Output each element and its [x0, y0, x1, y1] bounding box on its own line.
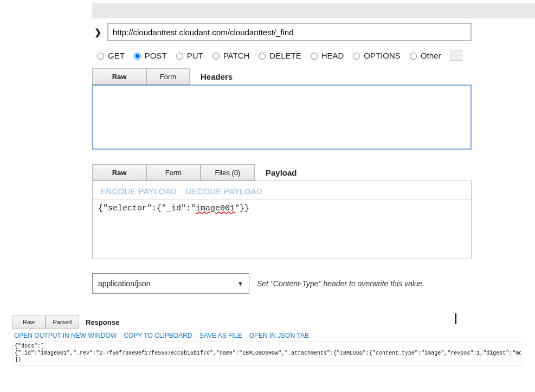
- response-line: ]}: [15, 357, 519, 364]
- text-cursor-icon: [455, 313, 456, 324]
- headers-tab-raw[interactable]: Raw: [92, 68, 146, 85]
- payload-tab-raw[interactable]: Raw: [92, 164, 146, 181]
- method-other-box[interactable]: [450, 50, 462, 61]
- content-type-value: application/json: [98, 279, 151, 288]
- url-input[interactable]: [107, 23, 472, 41]
- payload-tab-form[interactable]: Form: [146, 164, 201, 181]
- response-line: {"docs":[: [15, 343, 519, 350]
- method-patch[interactable]: PATCH: [210, 51, 250, 60]
- payload-text-wavy: image001: [196, 204, 235, 213]
- payload-tab-files[interactable]: Files (0): [201, 164, 255, 181]
- headers-tab-form[interactable]: Form: [146, 68, 190, 85]
- payload-title: Payload: [266, 168, 297, 177]
- url-row: ❯: [92, 23, 472, 41]
- response-tab-parsed[interactable]: Parsed: [46, 316, 79, 329]
- save-file-link[interactable]: SAVE AS FILE: [199, 332, 242, 339]
- response-link-row: OPEN OUTPUT IN NEW WINDOW COPY TO CLIPBO…: [12, 329, 521, 342]
- payload-tab-row: Raw Form Files (0) Payload: [92, 164, 472, 181]
- response-body[interactable]: {"docs":[ {"_id":"image001","_rev":"2-7f…: [12, 342, 521, 365]
- headers-tab-row: Raw Form Headers: [92, 68, 472, 85]
- method-delete[interactable]: DELETE: [256, 51, 301, 60]
- response-tab-raw[interactable]: Raw: [12, 316, 46, 329]
- content-type-hint: Set "Content-Type" header to overwrite t…: [257, 279, 424, 288]
- response-tab-row: Raw Parsed Response: [12, 316, 521, 329]
- headers-textarea[interactable]: [92, 85, 472, 150]
- copy-clipboard-link[interactable]: COPY TO CLIPBOARD: [124, 332, 192, 339]
- payload-box: ENCODE PAYLOAD DECODE PAYLOAD {"selector…: [92, 181, 472, 259]
- expand-chevron-icon[interactable]: ❯: [92, 27, 103, 37]
- method-head[interactable]: HEAD: [308, 51, 344, 60]
- method-post[interactable]: POST: [131, 51, 167, 60]
- method-other[interactable]: Other: [407, 51, 441, 60]
- dropdown-caret-icon: ▼: [237, 280, 243, 287]
- content-type-row: application/json ▼ Set "Content-Type" he…: [92, 273, 472, 294]
- response-line: {"_id":"image001","_rev":"2-7f50f738e9ef…: [15, 350, 519, 357]
- method-options[interactable]: OPTIONS: [350, 51, 401, 60]
- response-block: Raw Parsed Response OPEN OUTPUT IN NEW W…: [12, 316, 521, 365]
- payload-link-row: ENCODE PAYLOAD DECODE PAYLOAD: [93, 181, 471, 199]
- method-get[interactable]: GET: [94, 51, 125, 60]
- toolbar-placeholder: [92, 3, 535, 18]
- decode-payload-link[interactable]: DECODE PAYLOAD: [186, 187, 262, 196]
- headers-title: Headers: [201, 72, 233, 81]
- payload-text-prefix: {"selector":{"_id":": [98, 204, 196, 213]
- method-put[interactable]: PUT: [173, 51, 203, 60]
- content-type-select[interactable]: application/json ▼: [92, 273, 249, 294]
- payload-textarea[interactable]: {"selector":{"_id":"image001"}}: [93, 199, 471, 259]
- encode-payload-link[interactable]: ENCODE PAYLOAD: [100, 187, 177, 196]
- response-title: Response: [86, 318, 119, 326]
- payload-text-suffix: "}}: [235, 204, 249, 213]
- open-output-link[interactable]: OPEN OUTPUT IN NEW WINDOW: [14, 332, 117, 339]
- http-method-row: GET POST PUT PATCH DELETE HEAD OPTIONS O…: [92, 50, 472, 61]
- open-json-tab-link[interactable]: OPEN IN JSON TAB: [249, 332, 309, 339]
